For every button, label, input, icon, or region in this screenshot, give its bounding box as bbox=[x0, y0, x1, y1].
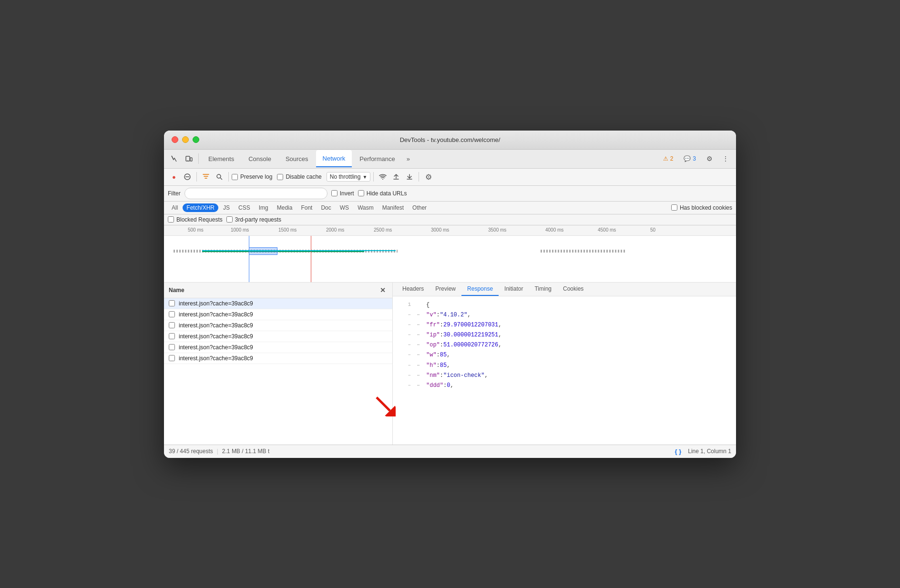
wifi-icon[interactable] bbox=[377, 171, 389, 183]
preserve-log-label[interactable]: Preserve log bbox=[232, 173, 272, 180]
pretty-print-button[interactable]: { } bbox=[672, 447, 685, 456]
inspect-icon[interactable] bbox=[168, 152, 181, 165]
request-row-3[interactable]: interest.json?cache=39ac8c9 bbox=[164, 320, 392, 331]
main-content: Name ✕ interest.json?cache=39ac8c9 inter… bbox=[164, 283, 736, 445]
hide-data-urls-label[interactable]: Hide data URLs bbox=[358, 190, 407, 197]
svg-rect-1 bbox=[190, 158, 192, 161]
filter-input[interactable] bbox=[184, 188, 327, 199]
filter-icon[interactable] bbox=[200, 171, 212, 183]
status-bar: 39 / 445 requests | 2.1 MB / 11.1 MB t {… bbox=[164, 445, 736, 458]
tab-network[interactable]: Network bbox=[316, 150, 352, 167]
has-blocked-cookies-checkbox[interactable] bbox=[671, 204, 677, 211]
toolbar-sep-1 bbox=[196, 172, 197, 182]
preserve-log-checkbox[interactable] bbox=[232, 174, 238, 180]
detail-tab-cookies[interactable]: Cookies bbox=[557, 283, 589, 296]
type-css[interactable]: CSS bbox=[235, 203, 254, 212]
svg-point-2 bbox=[187, 160, 188, 161]
request-row-4[interactable]: interest.json?cache=39ac8c9 bbox=[164, 331, 392, 342]
type-doc[interactable]: Doc bbox=[317, 203, 335, 212]
type-js[interactable]: JS bbox=[219, 203, 234, 212]
type-font[interactable]: Font bbox=[297, 203, 316, 212]
maximize-button[interactable] bbox=[193, 136, 199, 143]
request-name-4: interest.json?cache=39ac8c9 bbox=[179, 333, 253, 340]
traffic-lights bbox=[172, 136, 199, 143]
upload-icon[interactable] bbox=[390, 171, 402, 183]
type-other[interactable]: Other bbox=[409, 203, 430, 212]
tab-sources[interactable]: Sources bbox=[279, 150, 315, 167]
ruler-2500: 2500 ms bbox=[374, 227, 392, 233]
type-manifest[interactable]: Manifest bbox=[378, 203, 408, 212]
search-icon[interactable] bbox=[213, 171, 225, 183]
blocked-requests-checkbox[interactable] bbox=[168, 216, 174, 223]
blocked-requests-label[interactable]: Blocked Requests bbox=[168, 216, 223, 223]
detail-tab-headers[interactable]: Headers bbox=[397, 283, 430, 296]
type-img[interactable]: Img bbox=[255, 203, 272, 212]
download-icon[interactable] bbox=[403, 171, 416, 183]
ruler-4000: 4000 ms bbox=[545, 227, 563, 233]
clear-button[interactable] bbox=[181, 171, 194, 183]
request-checkbox-2[interactable] bbox=[169, 311, 175, 317]
ruler-4500: 4500 ms bbox=[598, 227, 616, 233]
device-icon[interactable] bbox=[182, 152, 195, 165]
request-row-5[interactable]: interest.json?cache=39ac8c9 bbox=[164, 342, 392, 353]
detail-panel: Headers Preview Response Initiator Timin… bbox=[393, 283, 736, 445]
type-media[interactable]: Media bbox=[273, 203, 297, 212]
message-badge[interactable]: 💬 3 bbox=[680, 154, 700, 163]
request-name-6: interest.json?cache=39ac8c9 bbox=[179, 355, 253, 362]
minimize-button[interactable] bbox=[182, 136, 189, 143]
warning-badge[interactable]: ⚠ 2 bbox=[659, 154, 677, 163]
svg-point-5 bbox=[217, 174, 221, 178]
message-icon: 💬 bbox=[684, 155, 691, 162]
throttle-select[interactable]: No throttling ▼ bbox=[327, 172, 371, 182]
timeline-graph[interactable] bbox=[164, 236, 736, 283]
request-row-6[interactable]: interest.json?cache=39ac8c9 bbox=[164, 353, 392, 364]
type-ws[interactable]: WS bbox=[336, 203, 353, 212]
request-checkbox-6[interactable] bbox=[169, 355, 175, 361]
name-header: Name ✕ bbox=[164, 283, 392, 298]
settings-icon[interactable]: ⚙ bbox=[703, 152, 716, 165]
type-all[interactable]: All bbox=[168, 203, 182, 212]
more-options-icon[interactable]: ⋮ bbox=[719, 152, 732, 165]
response-content[interactable]: 1 { – – "v" : "4.10.2" , – – "fr" bbox=[393, 296, 736, 445]
type-fetch-xhr[interactable]: Fetch/XHR bbox=[183, 203, 218, 212]
devtools-tab-bar: Elements Console Sources Network Perform… bbox=[164, 150, 736, 169]
third-party-label[interactable]: 3rd-party requests bbox=[226, 216, 281, 223]
tab-performance[interactable]: Performance bbox=[353, 150, 401, 167]
disable-cache-label[interactable]: Disable cache bbox=[277, 173, 321, 180]
record-button[interactable]: ● bbox=[168, 171, 180, 183]
detail-tab-response[interactable]: Response bbox=[461, 283, 499, 296]
detail-tab-initiator[interactable]: Initiator bbox=[499, 283, 529, 296]
more-tabs-button[interactable]: » bbox=[403, 155, 414, 162]
ruler-3500: 3500 ms bbox=[488, 227, 506, 233]
close-panel-button[interactable]: ✕ bbox=[378, 285, 388, 295]
request-checkbox-4[interactable] bbox=[169, 333, 175, 339]
message-count: 3 bbox=[693, 155, 696, 162]
third-party-checkbox[interactable] bbox=[226, 216, 233, 223]
detail-tab-timing[interactable]: Timing bbox=[529, 283, 557, 296]
timeline-dots-2 bbox=[541, 250, 626, 253]
ruler-3000: 3000 ms bbox=[431, 227, 449, 233]
disable-cache-checkbox[interactable] bbox=[277, 174, 283, 180]
timeline-ruler: 500 ms 1000 ms 1500 ms 2000 ms 2500 ms 3… bbox=[164, 225, 736, 236]
invert-checkbox[interactable] bbox=[331, 190, 338, 196]
request-checkbox-5[interactable] bbox=[169, 344, 175, 350]
tab-elements[interactable]: Elements bbox=[202, 150, 241, 167]
request-checkbox-3[interactable] bbox=[169, 322, 175, 328]
tab-separator bbox=[198, 153, 199, 164]
close-button[interactable] bbox=[172, 136, 178, 143]
has-blocked-cookies-label[interactable]: Has blocked cookies bbox=[671, 204, 732, 211]
hide-data-urls-checkbox[interactable] bbox=[358, 190, 364, 196]
type-wasm[interactable]: Wasm bbox=[354, 203, 378, 212]
tab-console[interactable]: Console bbox=[242, 150, 278, 167]
toolbar-settings-icon[interactable]: ⚙ bbox=[422, 170, 435, 183]
detail-tab-preview[interactable]: Preview bbox=[430, 283, 461, 296]
type-filters: All Fetch/XHR JS CSS Img Media Font Doc … bbox=[164, 202, 736, 214]
request-row-2[interactable]: interest.json?cache=39ac8c9 bbox=[164, 309, 392, 320]
detail-tabs: Headers Preview Response Initiator Timin… bbox=[393, 283, 736, 296]
name-panel: Name ✕ interest.json?cache=39ac8c9 inter… bbox=[164, 283, 393, 445]
request-row-1[interactable]: interest.json?cache=39ac8c9 bbox=[164, 298, 392, 309]
request-checkbox-1[interactable] bbox=[169, 300, 175, 306]
json-line-1: 1 { bbox=[393, 300, 736, 310]
invert-label[interactable]: Invert bbox=[331, 190, 354, 197]
toolbar-sep-3 bbox=[373, 172, 374, 182]
